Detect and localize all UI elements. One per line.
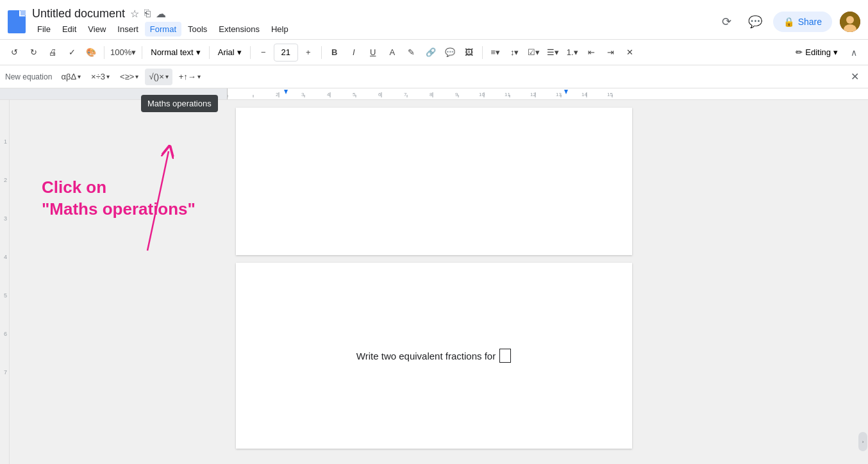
menu-extensions[interactable]: Extensions [213,22,265,37]
separator6 [482,46,483,59]
svg-text:10: 10 [479,92,485,97]
relations-button[interactable]: <≥> ▾ [116,69,142,85]
share-label: Share [798,17,822,27]
collapse-panel-button[interactable]: › [858,432,867,451]
increase-font-button[interactable]: + [299,44,317,62]
line-spacing-button[interactable]: ↕▾ [506,44,524,62]
separator4 [250,46,251,59]
comment-button[interactable]: 💬 [745,12,765,32]
style-dropdown[interactable]: Normal text ▾ [146,44,204,62]
annotation-text: Click on "Maths operations" [42,177,196,220]
font-size-container: − 21 + [255,44,317,62]
menu-format[interactable]: Format [145,22,181,37]
font-dropdown[interactable]: Arial ▾ [213,44,246,62]
menu-edit[interactable]: Edit [57,22,81,37]
margin-num-2: 2 [4,177,7,183]
svg-text:14: 14 [581,92,587,97]
annotation-arrow [10,138,237,363]
zoom-chevron: ▾ [131,47,136,57]
font-chevron: ▾ [237,47,242,57]
menu-tools[interactable]: Tools [183,22,212,37]
share-button[interactable]: 🔒 Share [773,12,832,32]
annotation-line1: Click on [42,177,196,199]
pencil-icon: ✏ [796,47,803,57]
star-icon[interactable]: ☆ [130,8,139,20]
style-label: Normal text [151,47,193,57]
image-button[interactable]: 🖼 [460,44,478,62]
avatar[interactable] [840,12,860,32]
equation-toolbar: New equation αβΔ ▾ ×÷3 ▾ <≥> ▾ √()× ▾ +↑… [0,65,868,88]
highlight-button[interactable]: A [383,44,401,62]
page-1 [236,108,632,255]
menu-bar: File Edit View Insert Format Tools Exten… [32,22,717,37]
menu-insert[interactable]: Insert [112,22,144,37]
annotation-overlay: Click on "Maths operations" [10,138,237,363]
underline-button[interactable]: U [364,44,382,62]
maths-operations-tooltip: Maths operations [141,95,218,112]
lock-icon: 🔒 [783,17,794,27]
print-button[interactable]: 🖨 [44,44,62,62]
arrows-button[interactable]: +↑→ ▾ [175,69,204,85]
collapse-toolbar-button[interactable]: ∧ [845,44,863,62]
radicals-button[interactable]: √()× ▾ [145,69,172,85]
tooltip-text: Maths operations [147,99,212,108]
editing-label: Editing [805,47,831,57]
greek-letters-button[interactable]: αβΔ ▾ [57,69,85,85]
fraction-question-text: Write two equivalent fractions for [356,351,496,361]
header-right: ⟳ 💬 🔒 Share [717,12,860,32]
main-area: 1 2 3 4 5 6 7 Click on "Maths operations… [0,100,868,464]
font-size-box[interactable]: 21 [274,44,298,62]
folder-icon[interactable]: ⎗ [144,8,151,19]
menu-view[interactable]: View [83,22,111,37]
svg-text:11: 11 [505,92,510,97]
cloud-icon[interactable]: ☁ [156,8,166,20]
editing-chevron: ▾ [833,47,838,57]
new-equation-label: New equation [5,72,52,81]
margin-num-1: 1 [4,138,7,145]
increase-indent-button[interactable]: ⇥ [602,44,620,62]
menu-help[interactable]: Help [266,22,294,37]
checklist-button[interactable]: ☑▾ [525,44,543,62]
margin-num-5: 5 [4,292,7,299]
link-button[interactable]: 🔗 [422,44,440,62]
svg-text:3: 3 [301,92,305,97]
svg-line-35 [147,151,169,251]
doc-title[interactable]: Untitled document [32,7,125,21]
decrease-font-button[interactable]: − [255,44,272,62]
operations-button[interactable]: ×÷3 ▾ [87,69,113,85]
page-2: Write two equivalent fractions for [236,263,632,449]
menu-file[interactable]: File [32,22,56,37]
font-label: Arial [218,47,235,57]
comment-add-button[interactable]: 💬 [441,44,459,62]
clear-formatting-button[interactable]: ✕ [621,44,639,62]
margin-num-7: 7 [4,369,7,376]
close-equation-toolbar-button[interactable]: ✕ [846,69,863,85]
text-color-button[interactable]: ✎ [403,44,421,62]
title-bar: Untitled document ☆ ⎗ ☁ File Edit View I… [0,0,868,40]
editing-mode-dropdown[interactable]: ✏ Editing ▾ [790,44,844,62]
separator [104,46,104,59]
fraction-box [499,349,511,363]
style-chevron: ▾ [196,47,201,57]
svg-text:15: 15 [607,92,613,97]
doc-icon [8,10,26,33]
undo-button[interactable]: ↺ [5,44,23,62]
history-button[interactable]: ⟳ [717,12,737,32]
redo-button[interactable]: ↻ [24,44,42,62]
title-area: Untitled document ☆ ⎗ ☁ File Edit View I… [32,7,717,37]
svg-text:13: 13 [556,92,562,97]
separator5 [321,46,322,59]
align-button[interactable]: ≡▾ [487,44,505,62]
bold-button[interactable]: B [326,44,344,62]
italic-button[interactable]: I [345,44,363,62]
left-margin: 1 2 3 4 5 6 7 [0,100,10,464]
svg-text:12: 12 [530,92,536,97]
numbered-list-button[interactable]: 1.▾ [563,44,581,62]
paint-format-button[interactable]: 🎨 [82,44,100,62]
spellcheck-button[interactable]: ✓ [63,44,81,62]
zoom-value: 100% [110,47,131,57]
bullet-list-button[interactable]: ☰▾ [544,44,562,62]
decrease-indent-button[interactable]: ⇤ [583,44,601,62]
zoom-dropdown[interactable]: 100% ▾ [108,44,138,62]
svg-text:4: 4 [327,92,330,97]
